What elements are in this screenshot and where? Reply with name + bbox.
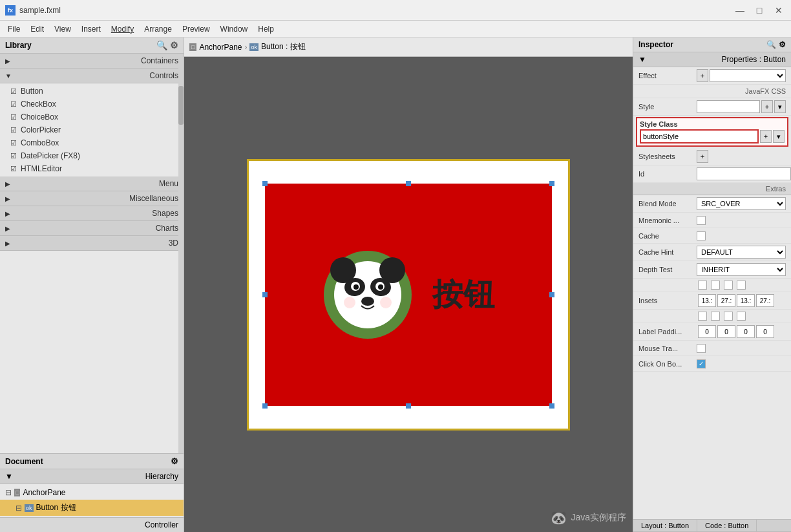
tab-code[interactable]: Code : Button xyxy=(697,520,757,531)
breadcrumb-anchorpane[interactable]: □ AnchorPane xyxy=(189,43,242,52)
menu-arrow: ▶ xyxy=(5,180,10,187)
style-class-input[interactable] xyxy=(640,129,759,144)
document-section: Document ⚙ ▼ Hierarchy ⊟ □ AnchorPane ⊟ … xyxy=(0,453,184,532)
library-scrollbar-thumb[interactable] xyxy=(178,86,184,125)
inspector-search-icon[interactable]: 🔍 xyxy=(766,40,776,49)
document-settings-icon[interactable]: ⚙ xyxy=(171,456,178,466)
button-icon: ☑ xyxy=(10,87,17,96)
hierarchy-anchorpane[interactable]: ⊟ □ AnchorPane xyxy=(0,485,184,500)
insets-values-row: Insets 13.: 27.: 13.: 27.: xyxy=(633,292,791,310)
inspector-settings-icon[interactable]: ⚙ xyxy=(779,40,786,49)
cache-checkbox[interactable] xyxy=(697,231,706,240)
lib-item-combobox[interactable]: ☑ ComboBox xyxy=(0,136,184,149)
close-button[interactable]: ✕ xyxy=(772,3,786,17)
lp-cb1[interactable] xyxy=(698,312,707,321)
stylesheets-add-btn[interactable]: + xyxy=(697,150,708,163)
category-3d[interactable]: ▶ 3D xyxy=(0,236,184,251)
insets-cb2[interactable] xyxy=(711,281,720,290)
insets-cb1[interactable] xyxy=(698,281,707,290)
inset-bottom[interactable]: 13.: xyxy=(737,294,755,307)
app-icon: fx xyxy=(5,5,16,16)
checkbox-icon: ☑ xyxy=(10,100,17,109)
library-settings-icon[interactable]: ⚙ xyxy=(170,40,178,50)
library-title: Library xyxy=(5,41,32,50)
3d-arrow: ▶ xyxy=(5,240,10,247)
effect-add-btn[interactable]: + xyxy=(697,69,708,82)
menu-modify[interactable]: Modify xyxy=(106,23,139,36)
containers-label: Containers xyxy=(14,56,178,65)
misc-arrow: ▶ xyxy=(5,195,10,202)
lp-top[interactable]: 0 xyxy=(698,325,716,338)
lib-item-htmleditor-label: HTMLEditor xyxy=(21,164,62,173)
lp-bottom[interactable]: 0 xyxy=(737,325,755,338)
category-containers[interactable]: ▶ Containers xyxy=(0,54,184,69)
controller-bar: Controller xyxy=(0,517,184,532)
button-element[interactable]: 按钮 xyxy=(265,184,552,406)
insets-cb4[interactable] xyxy=(737,281,746,290)
htmleditor-icon: ☑ xyxy=(10,165,17,173)
menu-help[interactable]: Help xyxy=(253,23,279,36)
lp-right[interactable]: 0 xyxy=(717,325,735,338)
id-value xyxy=(697,167,791,180)
menu-window[interactable]: Window xyxy=(215,23,253,36)
cache-value xyxy=(697,231,786,240)
cache-hint-select[interactable]: DEFAULT xyxy=(697,246,786,259)
style-add-btn[interactable]: + xyxy=(761,100,773,113)
lib-item-checkbox[interactable]: ☑ CheckBox xyxy=(0,98,184,111)
style-class-input-row: + ▾ xyxy=(640,129,785,144)
id-input[interactable] xyxy=(697,167,791,180)
lp-left[interactable]: 0 xyxy=(756,325,774,338)
menu-arrange[interactable]: Arrange xyxy=(139,23,177,36)
mouse-tra-checkbox[interactable] xyxy=(697,344,706,353)
menu-file[interactable]: File xyxy=(3,23,25,36)
center-canvas: □ AnchorPane › ok Button : 按钮 xyxy=(184,37,633,532)
minimize-button[interactable]: — xyxy=(733,3,747,17)
tab-bar: Layout : Button Code : Button xyxy=(633,520,791,532)
lib-item-choicebox[interactable]: ☑ ChoiceBox xyxy=(0,111,184,123)
blend-mode-select[interactable]: SRC_OVER xyxy=(697,197,786,210)
menu-view[interactable]: View xyxy=(49,23,76,36)
style-class-dropdown-btn[interactable]: ▾ xyxy=(773,130,785,143)
controls-arrow: ▼ xyxy=(5,72,12,80)
lib-item-button[interactable]: ☑ Button xyxy=(0,85,184,98)
category-charts[interactable]: ▶ Charts xyxy=(0,221,184,236)
style-class-add-btn[interactable]: + xyxy=(760,130,772,143)
style-dropdown-btn[interactable]: ▾ xyxy=(774,100,786,113)
lib-item-colorpicker[interactable]: ☑ ColorPicker xyxy=(0,123,184,136)
tab-layout[interactable]: Layout : Button xyxy=(633,520,697,531)
inset-right[interactable]: 27.: xyxy=(717,294,735,307)
inspector-header: Inspector 🔍 ⚙ xyxy=(633,37,791,52)
inset-top[interactable]: 13.: xyxy=(698,294,716,307)
style-input[interactable] xyxy=(697,100,760,113)
lib-item-htmleditor[interactable]: ☑ HTMLEditor xyxy=(0,162,184,175)
menu-preview[interactable]: Preview xyxy=(177,23,215,36)
choicebox-icon: ☑ xyxy=(10,113,17,122)
stylesheets-row: Stylesheets + xyxy=(633,148,791,165)
mnemonic-checkbox[interactable] xyxy=(697,216,706,225)
lib-item-datepicker[interactable]: ☑ DatePicker (FX8) xyxy=(0,149,184,162)
library-search-icon[interactable]: 🔍 xyxy=(156,40,167,50)
breadcrumb-button[interactable]: ok Button : 按钮 xyxy=(249,41,305,52)
library-header: Library 🔍 ⚙ xyxy=(0,37,184,54)
category-controls[interactable]: ▼ Controls xyxy=(0,69,184,83)
library-scrollbar-track[interactable] xyxy=(178,54,184,453)
click-on-bo-checkbox[interactable] xyxy=(697,359,706,368)
anchorpane-label: AnchorPane xyxy=(23,488,65,497)
category-menu[interactable]: ▶ Menu xyxy=(0,176,184,191)
effect-select[interactable] xyxy=(710,69,786,82)
cache-hint-row: Cache Hint DEFAULT xyxy=(633,244,791,261)
maximize-button[interactable]: □ xyxy=(752,3,766,17)
lp-cb3[interactable] xyxy=(724,312,733,321)
inset-left[interactable]: 27.: xyxy=(756,294,774,307)
lp-cb2[interactable] xyxy=(711,312,720,321)
id-row: Id xyxy=(633,165,791,183)
depth-test-select[interactable]: INHERIT xyxy=(697,263,786,276)
charts-label: Charts xyxy=(14,224,178,233)
insets-cb3[interactable] xyxy=(724,281,733,290)
menu-insert[interactable]: Insert xyxy=(76,23,106,36)
category-shapes[interactable]: ▶ Shapes xyxy=(0,206,184,221)
hierarchy-button[interactable]: ⊟ ok Button 按钮 xyxy=(0,500,184,516)
category-misc[interactable]: ▶ Miscellaneous xyxy=(0,191,184,206)
lp-cb4[interactable] xyxy=(737,312,746,321)
menu-edit[interactable]: Edit xyxy=(25,23,49,36)
